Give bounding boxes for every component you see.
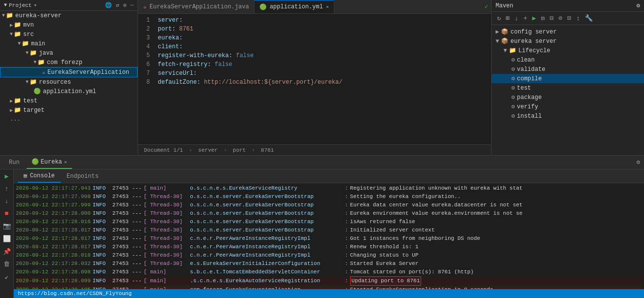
checkmark-icon: ✓ — [482, 3, 491, 10]
console-sidebar: ▶ ↑ ↓ ■ 📷 ⬜ 📌 🗑 ↙ — [0, 169, 14, 298]
breadcrumb-doc: Document 1/1 — [144, 147, 183, 153]
console-tab[interactable]: ▤ Console — [18, 169, 61, 183]
maven-config-server[interactable]: ▶ 📦 config server — [492, 27, 644, 36]
tree-label: mvn — [23, 22, 34, 29]
tree-label: EurekaServerApplication — [47, 69, 129, 76]
maven-clean[interactable]: ⚙ clean — [492, 55, 644, 65]
gear-icon[interactable]: ⚙ — [123, 2, 127, 8]
tree-item-eureka-app[interactable]: ☕ EurekaServerApplication — [0, 67, 138, 77]
tree-label: resources — [39, 79, 71, 86]
bottom-panel-gear[interactable]: ⚙ — [637, 159, 640, 166]
tree-item[interactable]: ▶ 📁 test — [0, 96, 138, 105]
tree-item[interactable]: ▼ 📁 eureka-server — [0, 11, 138, 20]
endpoints-tab-label: Endpoints — [67, 173, 99, 180]
tree-item[interactable]: ▼ 📁 main — [0, 39, 138, 48]
maven-item-label: test — [517, 85, 531, 92]
chevron-icon: ▾ — [34, 2, 37, 8]
tree-item[interactable]: ▼ 📁 src — [0, 30, 138, 39]
tree-item[interactable]: ... — [0, 115, 138, 124]
breadcrumb-server: server — [198, 147, 218, 153]
maven-run-btn[interactable]: ▶ — [531, 14, 537, 23]
maven-lifecycle[interactable]: ▼ 📁 Lifecycle — [492, 46, 644, 55]
maven-compile[interactable]: ⚙ compile — [492, 74, 644, 83]
maven-expand-btn[interactable]: ↕ — [574, 14, 581, 23]
log-line: 2020-09-12 22:17:28.017 INFO 27453 --- [… — [16, 234, 642, 243]
scroll-down-btn[interactable]: ↓ — [2, 197, 12, 206]
maven-m-btn[interactable]: m — [539, 14, 546, 23]
tree-item[interactable]: ▶ 📁 mvn — [0, 20, 138, 30]
camera-btn[interactable]: 📷 — [2, 221, 12, 231]
minimize-icon[interactable]: — — [130, 2, 134, 8]
log-line: 2020-09-12 22:17:28.016 INFO 27453 --- [… — [16, 218, 642, 226]
sidebar-title: Project — [9, 2, 32, 8]
tree-item[interactable]: ▼ 📁 java — [0, 48, 138, 58]
maven-skip-btn[interactable]: ⊘ — [557, 14, 564, 23]
maven-gear-icon[interactable]: ⚙ — [637, 2, 640, 9]
maven-parallel-btn[interactable]: ⊟ — [548, 14, 555, 23]
tree-label: main — [31, 40, 45, 47]
log-line: 2020-09-12 22:17:28.017 INFO 27453 --- [… — [16, 226, 642, 234]
log-line: 2020-09-12 22:17:28.098 INFO 27453 --- [… — [16, 268, 642, 276]
tab-close-yml[interactable]: ✕ — [326, 4, 329, 10]
maven-item-label: install — [517, 113, 541, 120]
eureka-tab[interactable]: 🟢 Eureka ✕ — [27, 156, 72, 169]
maven-item-label: clean — [517, 57, 535, 64]
pin-btn[interactable]: 📌 — [2, 247, 12, 257]
log-line-highlighted: 2020-09-12 22:17:28.099 INFO 27453 --- [… — [16, 276, 642, 286]
eureka-close[interactable]: ✕ — [64, 159, 67, 165]
maven-test[interactable]: ⚙ test — [492, 83, 644, 93]
maven-add-btn[interactable]: + — [522, 14, 529, 23]
tab-yml[interactable]: 🟢 application.yml ✕ — [254, 0, 334, 13]
terminal-btn[interactable]: ⬜ — [2, 234, 12, 244]
split-icon[interactable]: ⇄ — [116, 2, 119, 8]
trash-btn[interactable]: 🗑 — [2, 260, 12, 269]
maven-verify[interactable]: ⚙ verify — [492, 102, 644, 111]
project-sidebar: ▼ Project ▾ 🌐 ⇄ ⚙ — ▼ 📁 eureka-server ▶ — [0, 0, 138, 155]
code-line-1: 1 server: — [138, 16, 491, 25]
scroll-up-btn[interactable]: ↑ — [2, 184, 12, 194]
globe-icon[interactable]: 🌐 — [105, 2, 112, 8]
code-line-7: 7 serviceUrl: — [138, 69, 491, 78]
log-line: 2020-09-12 22:17:28.032 INFO 27453 --- [… — [16, 260, 642, 268]
stop-btn[interactable]: ■ — [2, 209, 12, 218]
code-line-5: 5 register-with-eureka: false — [138, 51, 491, 60]
tree-item[interactable]: ▶ 📁 target — [0, 105, 138, 115]
maven-wrench-btn[interactable]: 🔧 — [583, 14, 594, 23]
tree-item-yml[interactable]: 🟢 application.yml — [0, 87, 138, 96]
maven-btn2[interactable]: ⊞ — [504, 14, 511, 23]
maven-refresh-btn[interactable]: ↻ — [496, 14, 502, 23]
maven-tree: ▶ 📦 config server ▼ 📦 eureka server ▼ 📁 … — [492, 25, 644, 155]
tree-label: ... — [10, 116, 21, 123]
tree-label: src — [23, 31, 34, 38]
tab-java[interactable]: ☕ EurekaServerApplication.java — [138, 0, 254, 13]
maven-eureka-server[interactable]: ▼ 📦 eureka server — [492, 36, 644, 46]
bottom-panel: Run 🟢 Eureka ✕ ⚙ ▶ ↑ ↓ ■ 📷 ⬜ 📌 🗑 — [0, 155, 644, 298]
maven-validate[interactable]: ⚙ validate — [492, 65, 644, 74]
maven-install[interactable]: ⚙ install — [492, 111, 644, 121]
tree-label: application.yml — [43, 88, 96, 95]
run-tab[interactable]: Run — [4, 156, 25, 169]
tree-label: test — [23, 98, 37, 104]
maven-collapse-btn[interactable]: ⊟ — [566, 14, 573, 23]
eureka-label: Eureka — [41, 159, 62, 166]
run-tab-bar: Run 🟢 Eureka ✕ ⚙ — [0, 156, 644, 169]
log-line: 2020-09-12 22:17:28.105 INFO 27453 --- [… — [16, 286, 642, 289]
code-line-8: 8 defaultZone: http://localhost:${server… — [138, 78, 491, 87]
log-line: 2020-09-12 22:17:27.999 INFO 27453 --- [… — [16, 201, 642, 209]
status-url: https://blog.csdn.net/CSDN_FlyYoung — [18, 291, 132, 297]
maven-item-label: package — [517, 94, 541, 101]
maven-item-label: eureka server — [510, 38, 557, 45]
sidebar-header: ▼ Project ▾ 🌐 ⇄ ⚙ — — [0, 0, 138, 11]
breadcrumb-value: 8761 — [261, 147, 274, 153]
code-editor[interactable]: 1 server: 2 port: 8761 3 eureka: 4 clien… — [138, 14, 491, 144]
maven-item-label: validate — [517, 66, 545, 73]
log-line: 2020-09-12 22:17:28.017 INFO 27453 --- [… — [16, 243, 642, 251]
maven-item-label: Lifecycle — [518, 47, 550, 54]
move-btn[interactable]: ↙ — [2, 272, 12, 282]
tree-item[interactable]: ▼ 📁 resources — [0, 77, 138, 87]
rerun-btn[interactable]: ▶ — [2, 171, 12, 181]
maven-btn3[interactable]: ↓ — [513, 14, 520, 23]
maven-package[interactable]: ⚙ package — [492, 93, 644, 102]
tree-item[interactable]: ▼ 📁 com forezp — [0, 58, 138, 67]
endpoints-tab[interactable]: Endpoints — [61, 169, 105, 183]
